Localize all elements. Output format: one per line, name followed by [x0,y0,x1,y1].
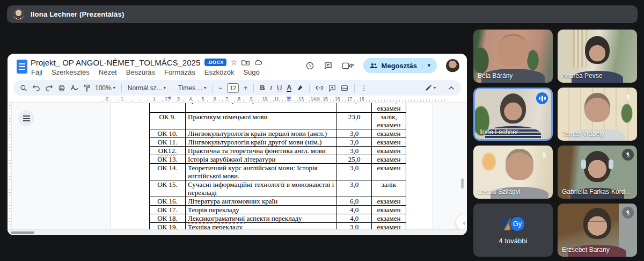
course-control-cell[interactable]: екзамен [372,206,406,214]
horizontal-scrollbar-thumb[interactable] [11,231,34,234]
document-title[interactable]: Projekt_ OP ANGOL-NÉMET_TOLMÁCS_2025 [31,58,200,67]
horizontal-ruler[interactable]: 21123456789101112131415161718 [8,96,467,103]
course-name-cell[interactable]: Лінгвокультурологія країн другої мови (н… [186,138,337,147]
star-icon[interactable]: ☆ [231,59,238,66]
course-control-cell[interactable]: екзамен [372,147,406,155]
course-credits-cell[interactable]: 3,0 [337,164,372,180]
version-history-icon[interactable] [305,61,314,70]
course-credits-cell[interactable]: 4,0 [337,206,372,214]
show-outline-button[interactable] [18,110,34,126]
course-control-cell[interactable]: екзамен [372,164,406,180]
account-avatar[interactable] [446,59,459,73]
course-code-cell[interactable]: ОК 15. [150,180,186,197]
course-credits-cell[interactable]: 3,0 [337,147,372,155]
font-family-select[interactable]: Times ...▾ [178,84,207,92]
course-code-cell[interactable]: ОК 13. [150,155,186,164]
menu-view[interactable]: Nézet [99,68,117,76]
course-credits-cell[interactable]: 3,0 [337,129,372,138]
increase-font-size-button[interactable]: + [244,84,247,92]
course-code-cell[interactable]: ОК12. [150,147,186,155]
move-folder-icon[interactable] [241,59,250,66]
course-credits-cell[interactable]: 31,0 [337,103,372,113]
menu-help[interactable]: Súgó [243,68,259,76]
hide-menus-button[interactable] [448,86,455,90]
course-code-cell[interactable]: ОК 9. [150,113,186,129]
course-credits-cell[interactable]: 6,0 [337,197,372,206]
course-name-cell[interactable]: Лінгвокультурологія країн першої мови (а… [186,129,337,138]
highlight-color-icon[interactable] [296,84,303,91]
vertical-scrollbar[interactable] [461,178,464,189]
course-control-cell[interactable]: залік, екзамен [372,103,406,113]
menu-edit[interactable]: Szerkesztés [52,68,90,76]
course-name-cell[interactable]: Література англомовних країн [186,197,337,206]
comments-icon[interactable] [324,61,333,70]
course-name-cell[interactable]: Теорія перекладу [186,206,337,214]
course-credits-cell[interactable]: 3,0 [337,180,372,197]
vertical-ruler[interactable] [8,103,12,235]
horizontal-scrollbar[interactable] [8,229,467,235]
indent-marker-right[interactable] [287,97,291,100]
share-dropdown-caret[interactable]: ▼ [422,63,431,68]
insert-link-icon[interactable] [316,84,324,91]
indent-marker-left[interactable] [167,97,172,100]
course-name-cell[interactable]: Сучасні інформаційні технології в мовозн… [186,180,337,197]
course-control-cell[interactable]: екзамен [372,197,406,206]
text-color-button[interactable]: A [287,84,291,92]
course-control-cell[interactable]: екзамен [372,138,406,147]
course-code-cell[interactable]: ОК 11. [150,138,186,147]
course-code-cell[interactable]: ОК 17. [150,206,186,214]
video-tile[interactable]: László Szilágyi [473,146,553,199]
search-menus-icon[interactable] [20,84,27,92]
cloud-status-icon[interactable] [254,59,262,66]
collapse-panel-button[interactable]: ‹ [456,214,467,230]
course-name-cell[interactable]: Граматика та практикум англійської мови [186,103,337,113]
menu-format[interactable]: Formázás [164,68,195,76]
print-icon[interactable] [58,84,65,92]
video-tile[interactable]: Andrea Pevse [558,30,637,83]
course-code-cell[interactable]: ОК 10. [150,129,186,138]
course-name-cell[interactable]: Лексикограматичні аспекти перекладу [186,214,337,223]
course-code-cell[interactable]: ОК 8. [150,103,186,113]
redo-icon[interactable] [45,84,53,91]
video-tile[interactable]: Gabriella Farkas-Kord... [558,146,637,199]
video-tile[interactable]: Béla Bárány [473,30,553,83]
course-control-cell[interactable]: екзамен [372,214,406,223]
course-name-cell[interactable]: Практична та теоретична фонетика англ. м… [186,147,337,155]
course-credits-cell[interactable]: 3,0 [337,138,372,147]
paragraph-style-select[interactable]: Normál sz...▾ [128,84,166,92]
spellcheck-icon[interactable] [70,84,78,91]
table-column-marker[interactable] [316,97,320,101]
zoom-select[interactable]: 100%▾ [95,84,115,92]
paint-format-icon[interactable] [83,84,90,92]
course-credits-cell[interactable]: 23,0 [337,113,372,129]
menu-insert[interactable]: Beszúrás [126,68,155,76]
course-table[interactable]: ОК 8.Граматика та практикум англійської … [149,103,406,235]
editing-mode-button[interactable]: ▾ [425,84,436,91]
bold-button[interactable]: B [260,84,265,92]
course-control-cell[interactable]: екзамен [372,155,406,164]
video-tile-active-speaker[interactable]: Ilona Lechner [473,88,553,141]
course-credits-cell[interactable]: 25,0 [337,155,372,164]
video-tile[interactable]: Tamás Vrábely [558,88,637,141]
underline-button[interactable]: U [277,84,282,92]
toolbar-overflow-button[interactable]: ⋮ [361,84,367,92]
font-size-input[interactable]: 12 [227,83,239,93]
course-credits-cell[interactable]: 4,0 [337,214,372,223]
course-code-cell[interactable]: ОК 18. [150,214,186,223]
course-name-cell[interactable]: Практикум німецької мови [186,113,337,129]
course-control-cell[interactable]: залік [372,180,406,197]
course-name-cell[interactable]: Теоретичний курс англійської мови: Істор… [186,164,337,180]
decrease-font-size-button[interactable]: − [218,84,222,92]
italic-button[interactable]: I [270,84,272,92]
share-button[interactable]: Megosztás ▼ [363,58,437,73]
meet-camera-icon[interactable]: ▾ [342,62,354,70]
course-control-cell[interactable]: екзамен [372,129,406,138]
course-code-cell[interactable]: ОК 14. [150,164,186,180]
more-participants-tile[interactable]: Gy 4 további [473,204,553,257]
course-name-cell[interactable]: Історія зарубіжної літератури [186,155,337,164]
insert-image-icon[interactable] [341,84,348,92]
menu-file[interactable]: Fájl [31,68,42,76]
course-control-cell[interactable]: залік, екзамен [372,113,406,129]
video-tile[interactable]: Erzsebet Barany [558,204,637,257]
undo-icon[interactable] [32,84,40,91]
